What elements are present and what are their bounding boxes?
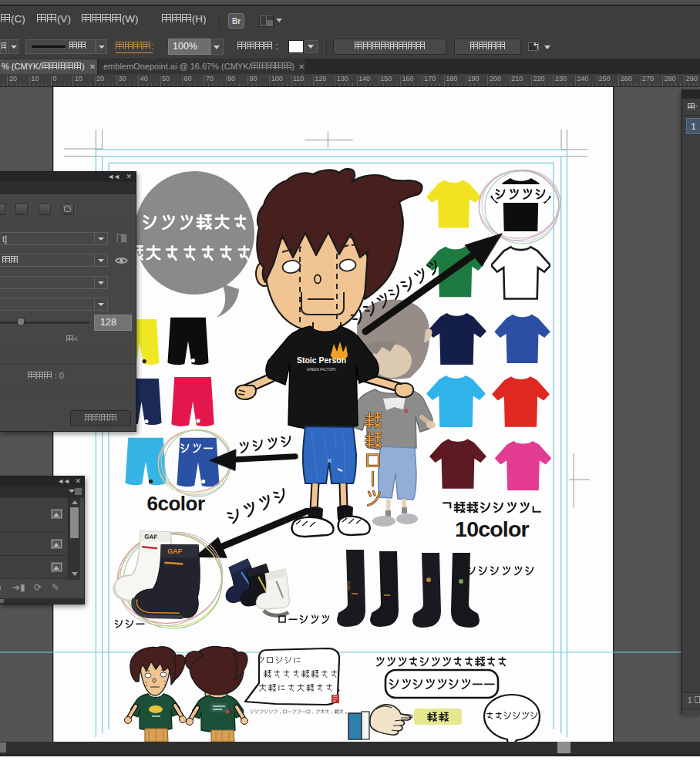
svg-text:10color: 10color <box>455 517 529 541</box>
svg-text:Stoic Person: Stoic Person <box>297 355 346 365</box>
svg-text:GAF: GAF <box>144 534 157 541</box>
svg-text:GAF: GAF <box>167 547 183 555</box>
svg-text:6color: 6color <box>146 492 204 515</box>
svg-text:GREEN FACTORY: GREEN FACTORY <box>307 368 336 372</box>
svg-text:GAF: GAF <box>346 581 351 591</box>
